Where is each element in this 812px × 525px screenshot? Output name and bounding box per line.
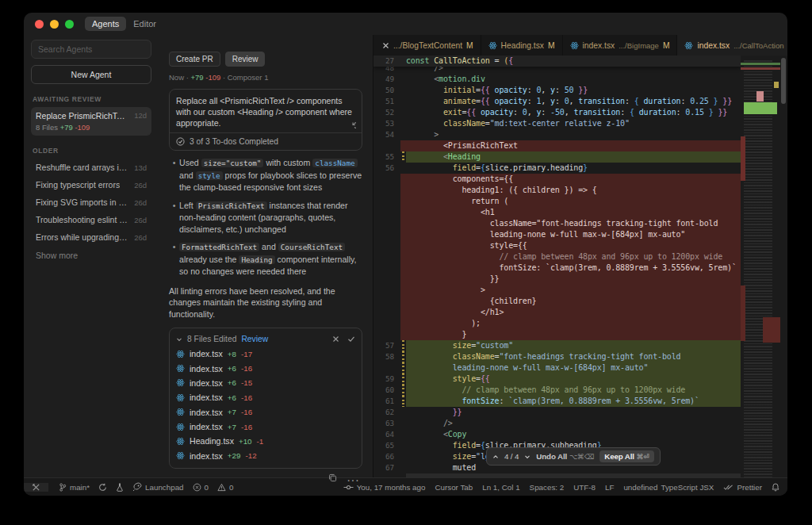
status-sync[interactable] (98, 483, 107, 492)
review-button[interactable]: Review (225, 52, 266, 67)
new-agent-button[interactable]: New Agent (31, 65, 151, 84)
edited-file-row[interactable]: Heading.tsx+10-1 (176, 434, 355, 448)
code-line[interactable]: 49 <motion.div (373, 74, 741, 85)
code-line[interactable]: // clamp between 48px and 96px up to 120… (373, 251, 741, 262)
code-editor[interactable]: 27const CallToAction = ({48 />49 <motion… (373, 56, 741, 477)
more-actions[interactable]: ··· (347, 473, 359, 488)
next-diff-icon[interactable] (524, 454, 530, 460)
code-line[interactable]: 56 field={slice.primary.heading} (373, 163, 741, 174)
code-line[interactable]: 60 // clamp between 48px and 96px up to … (373, 385, 741, 396)
tab-agents[interactable]: Agents (85, 17, 126, 31)
agent-item-age: 26d (134, 216, 147, 224)
code-line[interactable]: {children} (373, 296, 741, 307)
code-line[interactable]: 64 <Copy (373, 429, 741, 440)
sidebar-agent-item[interactable]: Fixing typescript errors26d (31, 176, 151, 194)
sidebar-agent-item[interactable]: Reshuffle card arrays in index....13d (31, 159, 151, 176)
sidebar-agent-item[interactable]: Errors while upgrading to next...26d (31, 228, 151, 246)
widget-keep-all-button[interactable]: Keep All ⌘⏎ (599, 450, 653, 462)
status-git-branch[interactable]: main* (59, 483, 90, 492)
create-pr-button[interactable]: Create PR (169, 52, 220, 67)
code-line[interactable]: </h1> (373, 307, 741, 318)
edited-file-row[interactable]: index.tsx+6-15 (176, 376, 355, 390)
status-encoding[interactable]: UTF-8 (573, 483, 596, 492)
editor-tab[interactable]: .../BlogTextContentM (373, 35, 481, 56)
code-line[interactable]: 51 animate={{ opacity: 1, y: 0, transiti… (373, 96, 741, 107)
code-text: leading-none w-full max-w-[684px] mx-aut… (406, 362, 741, 374)
code-line[interactable]: 61 fontSize: `clamp(3rem, 0.8889rem + 3.… (373, 396, 741, 407)
code-line[interactable]: leading-none w-full max-w-[684px] mx-aut… (373, 229, 741, 240)
code-line[interactable]: ); (373, 318, 741, 329)
code-line[interactable] (373, 473, 741, 477)
code-line[interactable]: heading1: ({ children }) => { (373, 185, 741, 196)
bullet-text: FormattedRichText and CourseRichText alr… (179, 241, 362, 278)
code-line[interactable]: 27const CallToAction = ({ (373, 56, 741, 67)
todos-row[interactable]: 3 of 3 To-dos Completed (170, 132, 362, 150)
status-language-mode[interactable]: undefinedTypeScript JSX (623, 483, 714, 492)
scrollbar[interactable] (780, 56, 787, 477)
zoom-window-button[interactable] (65, 20, 74, 29)
line-number (373, 240, 400, 251)
status-eol[interactable]: LF (605, 483, 614, 492)
code-line[interactable]: <h1 (373, 207, 741, 218)
code-line[interactable]: 55 <Heading (373, 151, 741, 163)
widget-undo-all-button[interactable]: Undo All ⌥⌘⌫ (536, 452, 594, 461)
status-prettier[interactable]: Prettier (723, 483, 762, 492)
edited-file-row[interactable]: index.tsx+7-16 (176, 405, 355, 420)
edited-file-row[interactable]: index.tsx+6-16 (176, 390, 355, 404)
status-cursor-position[interactable]: Ln 1, Col 1 (482, 483, 519, 492)
files-review-link[interactable]: Review (241, 335, 268, 343)
code-line[interactable]: className="font-headings tracking-tight … (373, 218, 741, 229)
code-line[interactable]: <PrismicRichText (373, 140, 741, 151)
status-indentation[interactable]: Spaces: 2 (530, 483, 565, 492)
discard-all-icon[interactable] (332, 335, 339, 343)
edited-file-row[interactable]: index.tsx+8-17 (176, 347, 355, 361)
editor-tab[interactable]: index.tsx.../CallToActionM (677, 35, 787, 56)
code-line[interactable]: leading-none w-full max-w-[684px] mx-aut… (373, 362, 741, 374)
code-line[interactable]: 54 > (373, 129, 741, 140)
edited-file-row[interactable]: index.tsx+7-16 (176, 420, 355, 434)
code-line[interactable]: return ( (373, 196, 741, 207)
code-line[interactable]: 48 /> (373, 67, 741, 74)
accept-all-icon[interactable] (347, 335, 355, 343)
status-notifications[interactable] (772, 483, 779, 492)
sidebar-agent-item[interactable]: Troubleshooting eslint configu...26d (31, 211, 151, 228)
code-line[interactable]: 62 }} (373, 407, 741, 418)
code-line[interactable]: style={{ (373, 240, 741, 251)
code-line[interactable]: 52 exit={{ opacity: 0, y: -50, transitio… (373, 107, 741, 118)
sidebar-agent-item[interactable]: Fixing SVG imports in Next.js 1626d (31, 194, 151, 211)
minimize-window-button[interactable] (50, 20, 59, 29)
editor-tab[interactable]: index.tsx.../BigImageM (563, 35, 678, 56)
code-line[interactable]: 59 style={{ (373, 374, 741, 385)
close-tab-icon[interactable] (382, 42, 389, 49)
status-experiments[interactable] (116, 483, 124, 492)
sidebar-agent-item[interactable]: Replace PrismicRichText with …12d8 Files… (31, 107, 151, 136)
status-cursor-tab[interactable]: Cursor Tab (435, 483, 473, 492)
retry-icon[interactable] (347, 121, 356, 129)
agent-item-title: Troubleshooting eslint configu... (36, 215, 129, 224)
close-window-button[interactable] (35, 20, 44, 29)
prev-diff-icon[interactable] (492, 454, 499, 460)
code-line[interactable]: } (373, 329, 741, 340)
tab-editor[interactable]: Editor (126, 17, 163, 31)
minimap[interactable] (741, 56, 780, 477)
code-line[interactable]: 50 initial={{ opacity: 0, y: 50 }} (373, 85, 741, 96)
show-more-link[interactable]: Show more (31, 246, 151, 265)
code-line[interactable]: components={{ (373, 174, 741, 185)
search-input[interactable] (31, 40, 151, 59)
code-line[interactable]: 57 size="custom" (373, 340, 741, 351)
code-text: style={{ (406, 240, 741, 251)
code-line[interactable]: 58 className="font-headings tracking-tig… (373, 351, 741, 362)
code-line[interactable]: }} (373, 274, 741, 285)
scrollbar-thumb[interactable] (781, 58, 786, 104)
line-number: 55 (373, 151, 400, 163)
code-line[interactable]: 53 className="md:text-center relative z-… (373, 118, 741, 129)
chevron-down-icon[interactable] (176, 336, 182, 343)
edited-file-row[interactable]: index.tsx+29-12 (176, 449, 355, 463)
code-line[interactable]: 63 /> (373, 418, 741, 429)
code-line[interactable]: fontSize: `clamp(3rem, 0.8889rem + 3.555… (373, 262, 741, 274)
status-remote-indicator[interactable] (24, 483, 48, 492)
editor-tab[interactable]: Heading.tsxM (481, 35, 563, 56)
code-line[interactable]: > (373, 285, 741, 296)
edited-file-row[interactable]: index.tsx+6-16 (176, 361, 355, 375)
copy-icon[interactable] (328, 473, 337, 488)
